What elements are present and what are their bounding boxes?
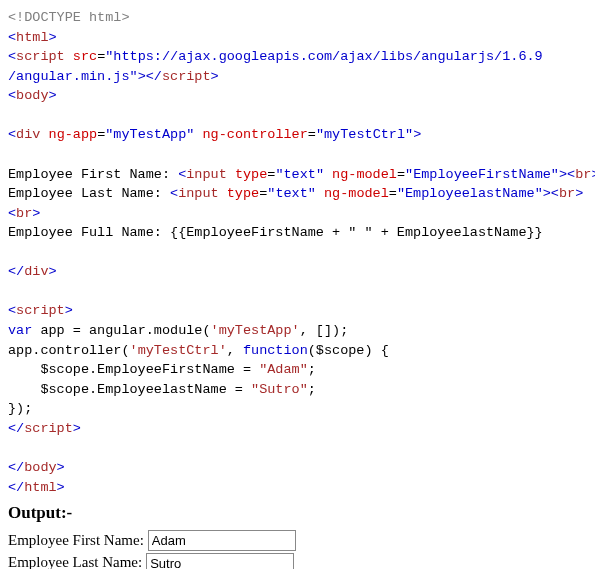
tag-close: > xyxy=(559,167,567,182)
tag-close: > xyxy=(57,480,65,495)
tag-open: < xyxy=(8,206,16,221)
last-name-input[interactable] xyxy=(146,553,294,569)
attr-val: "EmployeelastName" xyxy=(397,186,543,201)
attr-val: "https://ajax.googleapis.com/ajax/libs/a… xyxy=(105,49,542,64)
js-text: ; xyxy=(308,382,316,397)
js-string: 'myTestCtrl' xyxy=(130,343,227,358)
attr-ngapp: ng-app xyxy=(49,127,98,142)
tag-html: html xyxy=(24,480,56,495)
tag-open: </ xyxy=(146,69,162,84)
tag-close: > xyxy=(49,30,57,45)
text-fullname-expr: Employee Full Name: {{EmployeeFirstName … xyxy=(8,225,543,240)
tag-script: script xyxy=(24,421,73,436)
attr-type: type xyxy=(227,186,259,201)
js-text: , []); xyxy=(300,323,349,338)
tag-open: < xyxy=(8,49,16,64)
output-last-label: Employee Last Name: xyxy=(8,552,142,569)
tag-close: > xyxy=(591,167,595,182)
tag-div: div xyxy=(24,264,48,279)
js-text: $scope.EmployeeFirstName = xyxy=(8,362,259,377)
attr-src: src xyxy=(73,49,97,64)
tag-script: script xyxy=(162,69,211,84)
tag-close: > xyxy=(49,264,57,279)
attr-val: "myTestCtrl" xyxy=(316,127,413,142)
tag-html: html xyxy=(16,30,48,45)
tag-br: br xyxy=(16,206,32,221)
attr-eq: = xyxy=(308,127,316,142)
js-string: "Sutro" xyxy=(251,382,308,397)
js-string: "Adam" xyxy=(259,362,308,377)
tag-body: body xyxy=(16,88,48,103)
tag-close: > xyxy=(57,460,65,475)
tag-open: </ xyxy=(8,421,24,436)
attr-val: "text" xyxy=(267,186,316,201)
tag-script: script xyxy=(16,49,65,64)
output-first-label: Employee First Name: xyxy=(8,530,144,552)
tag-div: div xyxy=(16,127,40,142)
tag-close: > xyxy=(65,303,73,318)
js-text: app.controller( xyxy=(8,343,130,358)
text-lastname-label: Employee Last Name: xyxy=(8,186,170,201)
tag-open: </ xyxy=(8,460,24,475)
attr-eq: = xyxy=(389,186,397,201)
js-text: ; xyxy=(308,362,316,377)
tag-open: < xyxy=(8,303,16,318)
js-text: $scope.EmployeelastName = xyxy=(8,382,251,397)
tag-close: > xyxy=(575,186,583,201)
doctype-line: <!DOCTYPE html> xyxy=(8,10,130,25)
tag-input: input xyxy=(178,186,219,201)
tag-open: < xyxy=(8,88,16,103)
attr-val: "text" xyxy=(275,167,324,182)
attr-val: "myTestApp" xyxy=(105,127,194,142)
output-row-first: Employee First Name: xyxy=(8,530,587,552)
js-text: app = angular.module( xyxy=(32,323,210,338)
tag-br: br xyxy=(559,186,575,201)
js-text: , xyxy=(227,343,243,358)
tag-body: body xyxy=(24,460,56,475)
attr-ngmodel: ng-model xyxy=(324,186,389,201)
tag-close: > xyxy=(32,206,40,221)
js-function: function xyxy=(243,343,308,358)
attr-ngmodel: ng-model xyxy=(332,167,397,182)
tag-close: > xyxy=(73,421,81,436)
tag-open: < xyxy=(8,127,16,142)
tag-open: < xyxy=(551,186,559,201)
text-firstname-label: Employee First Name: xyxy=(8,167,178,182)
output-heading: Output:- xyxy=(8,501,587,526)
tag-close: > xyxy=(413,127,421,142)
js-text: }); xyxy=(8,401,32,416)
tag-open: </ xyxy=(8,480,24,495)
tag-input: input xyxy=(186,167,227,182)
js-var: var xyxy=(8,323,32,338)
attr-val: /angular.min.js" xyxy=(8,69,138,84)
output-section: Employee First Name: Employee Last Name:… xyxy=(8,530,587,569)
tag-close: > xyxy=(543,186,551,201)
tag-open: < xyxy=(8,30,16,45)
attr-eq: = xyxy=(397,167,405,182)
tag-open: < xyxy=(567,167,575,182)
tag-br: br xyxy=(575,167,591,182)
tag-close: > xyxy=(49,88,57,103)
js-text: ($scope) { xyxy=(308,343,389,358)
tag-open: < xyxy=(170,186,178,201)
output-row-last: Employee Last Name: xyxy=(8,552,587,569)
js-string: 'myTestApp' xyxy=(211,323,300,338)
tag-script: script xyxy=(16,303,65,318)
tag-close: > xyxy=(138,69,146,84)
tag-open: </ xyxy=(8,264,24,279)
attr-val: "EmployeeFirstName" xyxy=(405,167,559,182)
code-block: <!DOCTYPE html> <html> <script src="http… xyxy=(8,8,587,497)
tag-close: > xyxy=(211,69,219,84)
attr-ngctrl: ng-controller xyxy=(202,127,307,142)
first-name-input[interactable] xyxy=(148,530,296,551)
attr-type: type xyxy=(235,167,267,182)
